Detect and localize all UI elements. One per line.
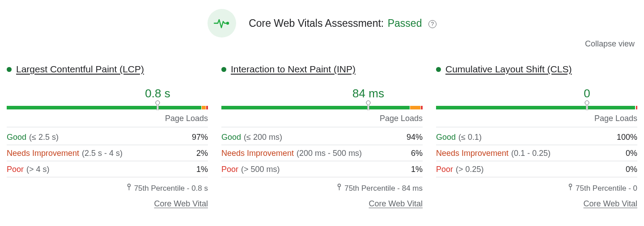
- status-dot-icon: [7, 67, 12, 72]
- metric-header: Interaction to Next Paint (INP): [221, 64, 423, 75]
- row-label-ni: Needs Improvement: [7, 149, 79, 158]
- assessment-status: Passed: [388, 17, 422, 29]
- bar-segment-poor: [206, 106, 208, 109]
- page-loads-header: Page Loads: [221, 114, 423, 127]
- row-good: Good (≤ 200 ms) 94%: [221, 129, 423, 145]
- metric-inp: Interaction to Next Paint (INP) 84 ms Pa…: [221, 64, 423, 209]
- row-range-poor: (> 0.25): [456, 165, 484, 174]
- bar-segment-poor: [636, 106, 637, 109]
- row-range-poor: (> 4 s): [26, 165, 50, 174]
- row-ni: Needs Improvement (2.5 s - 4 s) 2%: [7, 145, 208, 161]
- pin-icon: [337, 184, 342, 193]
- pin-icon: [568, 184, 573, 193]
- assessment-title-row: Core Web Vitals Assessment: Passed ?: [249, 17, 436, 29]
- core-web-vital-link[interactable]: Core Web Vital: [436, 199, 637, 209]
- metric-value: 0: [584, 87, 590, 100]
- row-label-good: Good: [221, 133, 241, 142]
- metric-title-link[interactable]: Cumulative Layout Shift (CLS): [445, 64, 572, 75]
- row-range-ni: (0.1 - 0.25): [511, 149, 551, 158]
- bar-segment-ni: [202, 106, 206, 109]
- distribution-bar: [436, 102, 637, 111]
- p75-row: 75th Percentile - 84 ms: [221, 184, 423, 193]
- bar-segment-good: [7, 106, 201, 109]
- p75-text: 75th Percentile - 0.8 s: [134, 184, 208, 193]
- bar-segment-poor: [421, 106, 423, 109]
- assessment-header: Core Web Vitals Assessment: Passed ?: [7, 9, 637, 38]
- row-value-ni: 6%: [411, 149, 423, 158]
- distribution-bar: [221, 102, 423, 111]
- row-range-good: (≤ 200 ms): [244, 133, 282, 142]
- row-good: Good (≤ 0.1) 100%: [436, 129, 637, 145]
- row-value-good: 100%: [617, 133, 637, 142]
- bar-segment-good: [436, 106, 635, 109]
- page-loads-header: Page Loads: [7, 114, 208, 127]
- pin-icon: [127, 184, 131, 193]
- row-ni: Needs Improvement (0.1 - 0.25) 0%: [436, 145, 637, 161]
- collapse-row: Collapse view: [7, 39, 637, 49]
- row-poor: Poor (> 500 ms) 1%: [221, 161, 423, 177]
- p75-marker-icon: [368, 102, 369, 110]
- row-value-good: 97%: [192, 133, 208, 142]
- row-value-poor: 1%: [196, 165, 208, 174]
- row-value-good: 94%: [407, 133, 423, 142]
- metric-title-link[interactable]: Interaction to Next Paint (INP): [231, 64, 356, 75]
- svg-point-1: [127, 184, 130, 187]
- row-label-ni: Needs Improvement: [221, 149, 294, 158]
- row-label-ni: Needs Improvement: [436, 149, 508, 158]
- row-value-poor: 0%: [626, 165, 637, 174]
- row-value-poor: 1%: [411, 165, 423, 174]
- row-label-poor: Poor: [221, 165, 238, 174]
- row-value-ni: 2%: [196, 149, 208, 158]
- row-good: Good (≤ 2.5 s) 97%: [7, 129, 208, 145]
- row-label-good: Good: [436, 133, 456, 142]
- row-label-poor: Poor: [436, 165, 453, 174]
- metric-value: 0.8 s: [145, 87, 170, 100]
- p75-row: 75th Percentile - 0.8 s: [7, 184, 208, 193]
- assessment-title: Core Web Vitals Assessment:: [249, 17, 384, 29]
- metric-value: 84 ms: [352, 87, 384, 100]
- p75-marker-icon: [157, 102, 158, 110]
- row-label-poor: Poor: [7, 165, 24, 174]
- help-icon[interactable]: ?: [428, 20, 436, 28]
- collapse-view-link[interactable]: Collapse view: [585, 39, 635, 48]
- row-range-ni: (2.5 s - 4 s): [82, 149, 123, 158]
- metric-header: Largest Contentful Paint (LCP): [7, 64, 208, 75]
- bar-segment-ni: [410, 106, 420, 109]
- status-dot-icon: [436, 67, 441, 72]
- row-range-good: (≤ 0.1): [458, 133, 482, 142]
- bar-segment-good: [221, 106, 410, 109]
- p75-text: 75th Percentile - 0: [576, 184, 637, 193]
- status-dot-icon: [221, 67, 226, 72]
- page-loads-header: Page Loads: [436, 114, 637, 127]
- row-range-good: (≤ 2.5 s): [29, 133, 59, 142]
- metric-title-link[interactable]: Largest Contentful Paint (LCP): [16, 64, 144, 75]
- svg-point-5: [569, 184, 572, 187]
- core-web-vital-link[interactable]: Core Web Vital: [7, 199, 208, 209]
- distribution-bar: [7, 102, 208, 111]
- metric-value-row: 0: [436, 81, 637, 102]
- metric-lcp: Largest Contentful Paint (LCP) 0.8 s Pag…: [7, 64, 208, 209]
- row-range-ni: (200 ms - 500 ms): [297, 149, 362, 158]
- row-poor: Poor (> 0.25) 0%: [436, 161, 637, 177]
- p75-marker-icon: [586, 102, 588, 110]
- row-poor: Poor (> 4 s) 1%: [7, 161, 208, 177]
- row-label-good: Good: [7, 133, 26, 142]
- svg-point-3: [338, 184, 341, 187]
- metrics-container: Largest Contentful Paint (LCP) 0.8 s Pag…: [7, 64, 637, 209]
- metric-cls: Cumulative Layout Shift (CLS) 0 Page Loa…: [436, 64, 637, 209]
- row-ni: Needs Improvement (200 ms - 500 ms) 6%: [221, 145, 423, 161]
- p75-text: 75th Percentile - 84 ms: [344, 184, 423, 193]
- svg-point-0: [226, 22, 229, 25]
- pulse-icon: [208, 9, 236, 38]
- metric-value-row: 84 ms: [221, 81, 423, 102]
- row-range-poor: (> 500 ms): [241, 165, 280, 174]
- core-web-vital-link[interactable]: Core Web Vital: [221, 199, 423, 209]
- metric-header: Cumulative Layout Shift (CLS): [436, 64, 637, 75]
- p75-row: 75th Percentile - 0: [436, 184, 637, 193]
- row-value-ni: 0%: [626, 149, 637, 158]
- metric-value-row: 0.8 s: [7, 81, 208, 102]
